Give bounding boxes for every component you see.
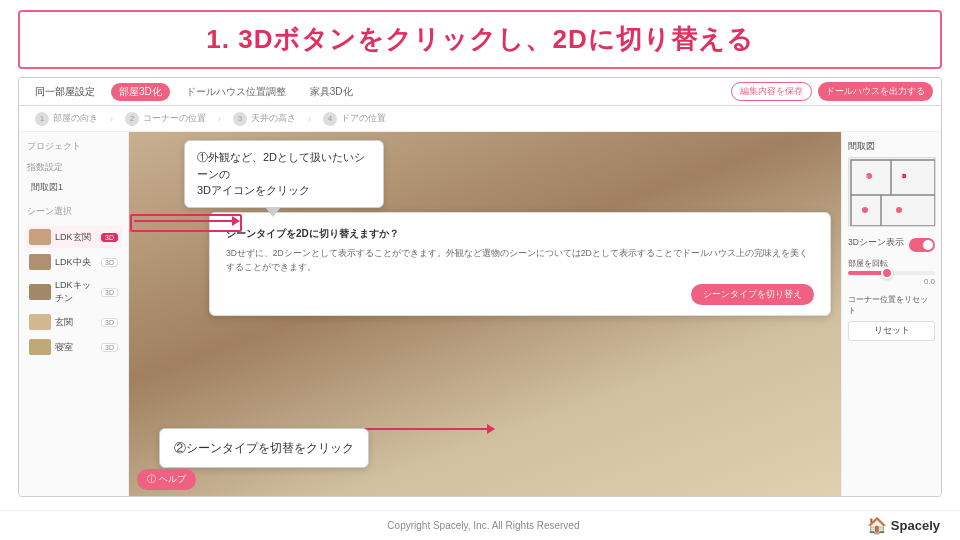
scene-name-3: 玄関 [55, 316, 97, 329]
callout-1-line2: 3Dアイコンをクリック [197, 184, 310, 196]
floorplan-svg: 1 2 [849, 158, 936, 227]
step-arrow-3: › [308, 114, 311, 124]
reset-button[interactable]: リセット [848, 321, 935, 341]
callout-2-text: ②シーンタイプを切替をクリック [174, 441, 354, 455]
scene-item-2[interactable]: LDKキッチン 3D [25, 276, 122, 308]
svg-text:2: 2 [901, 174, 904, 180]
step-arrow-1: › [110, 114, 113, 124]
scene-thumb-0 [29, 229, 51, 245]
scene-badge-2: 3D [101, 288, 118, 297]
room-rotate-slider[interactable] [848, 271, 935, 275]
scene-item-1[interactable]: LDK中央 3D [25, 251, 122, 273]
room-rotate-label: 部屋を回転 [848, 258, 935, 269]
project-label: プロジェクト [25, 140, 122, 153]
corner-reset-section: コーナー位置をリセット リセット [848, 294, 935, 341]
slider-value: 0.0 [848, 277, 935, 286]
step-3-num: 3 [233, 112, 247, 126]
scene-badge-3: 3D [101, 318, 118, 327]
scene-badge-0: 3D [101, 233, 118, 242]
step-2-label: コーナーの位置 [143, 112, 206, 125]
svg-point-7 [862, 207, 868, 213]
scene-badge-1: 3D [101, 258, 118, 267]
page-title: 1. 3Dボタンをクリックし、2Dに切り替える [36, 22, 924, 57]
step-4-num: 4 [323, 112, 337, 126]
callout-1-line1: ①外観など、2Dとして扱いたいシーンの [197, 151, 365, 180]
footer-logo: 🏠 Spacely [867, 516, 940, 535]
export-button[interactable]: ドールハウスを出力する [818, 82, 933, 101]
help-label: ヘルプ [159, 473, 186, 486]
help-icon: ⓘ [147, 473, 156, 486]
scene-label: シーン選択 [25, 205, 122, 218]
step-1-num: 1 [35, 112, 49, 126]
floorplan-title: 間取図 [848, 140, 935, 153]
inner-nav: 同一部屋設定 部屋3D化 ドールハウス位置調整 家具3D化 編集内容を保存 ドー… [19, 78, 941, 106]
scene-display-toggle[interactable] [909, 238, 935, 252]
center-area: ①外観など、2Dとして扱いたいシーンの 3Dアイコンをクリック シーンタイプを2… [129, 132, 841, 497]
switch-scene-type-button[interactable]: シーンタイプを切り替え [691, 284, 814, 305]
corner-reset-label: コーナー位置をリセット [848, 294, 935, 316]
step-4: 4 ドアの位置 [323, 112, 386, 126]
dialog-body: 3Dせずに、2Dシーンとして表示することができます。外観など選物のシーンについて… [226, 247, 814, 274]
step-2: 2 コーナーの位置 [125, 112, 206, 126]
scene-name-1: LDK中央 [55, 256, 97, 269]
main-content: 同一部屋設定 部屋3D化 ドールハウス位置調整 家具3D化 編集内容を保存 ドー… [18, 77, 942, 497]
callout-1: ①外観など、2Dとして扱いたいシーンの 3Dアイコンをクリック [184, 140, 384, 208]
step-arrow-2: › [218, 114, 221, 124]
scene-list: LDK玄関 3D LDK中央 3D LDKキッチン 3D 玄関 3D [25, 226, 122, 358]
scene-name-4: 寝室 [55, 341, 97, 354]
step-1-label: 部屋の向き [53, 112, 98, 125]
step-3: 3 天井の高さ [233, 112, 296, 126]
scene-display-option: 3Dシーン表示 [848, 237, 935, 252]
step-2-num: 2 [125, 112, 139, 126]
step-4-label: ドアの位置 [341, 112, 386, 125]
scene-name-0: LDK玄関 [55, 231, 97, 244]
spacely-logo-icon: 🏠 [867, 516, 887, 535]
room-label: 間取図1 [31, 182, 63, 192]
scene-thumb-3 [29, 314, 51, 330]
svg-text:1: 1 [866, 174, 869, 180]
footer: Copyright Spacely, Inc. All Rights Reser… [0, 510, 960, 540]
dialog-title: シーンタイプを2Dに切り替えますか？ [226, 227, 814, 241]
room-rotate-section: 部屋を回転 0.0 [848, 258, 935, 286]
scene-name-2: LDKキッチン [55, 279, 97, 305]
right-sidebar: 間取図 1 2 [841, 132, 941, 497]
footer-copyright: Copyright Spacely, Inc. All Rights Reser… [100, 520, 867, 531]
footer-logo-text: Spacely [891, 518, 940, 533]
svg-rect-0 [851, 160, 935, 226]
scene-arrow-indicator [134, 220, 234, 222]
floorplan-image: 1 2 [848, 157, 936, 227]
scene-thumb-2 [29, 284, 51, 300]
save-button[interactable]: 編集内容を保存 [731, 82, 812, 101]
nav-tab-furniture3d[interactable]: 家具3D化 [302, 83, 361, 101]
scene-thumb-4 [29, 339, 51, 355]
scene-item-3[interactable]: 玄関 3D [25, 311, 122, 333]
nav-tab-settings[interactable]: 同一部屋設定 [27, 83, 103, 101]
scene-item-0[interactable]: LDK玄関 3D [25, 226, 122, 248]
scene-display-label: 3Dシーン表示 [848, 237, 904, 249]
scene-badge-4: 3D [101, 343, 118, 352]
scene-thumb-1 [29, 254, 51, 270]
scene-item-4[interactable]: 寝室 3D [25, 336, 122, 358]
help-button[interactable]: ⓘ ヘルプ [137, 469, 196, 490]
title-bar: 1. 3Dボタンをクリックし、2Dに切り替える [18, 10, 942, 69]
dialog-box: シーンタイプを2Dに切り替えますか？ 3Dせずに、2Dシーンとして表示することが… [209, 212, 831, 316]
nav-tab-room3d[interactable]: 部屋3D化 [111, 83, 170, 101]
nav-tab-dollhouse[interactable]: ドールハウス位置調整 [178, 83, 294, 101]
svg-point-8 [896, 207, 902, 213]
step-1: 1 部屋の向き [35, 112, 98, 126]
step-3-label: 天井の高さ [251, 112, 296, 125]
settings-label: 指数設定 [25, 161, 122, 174]
callout-2: ②シーンタイプを切替をクリック [159, 428, 369, 468]
step-bar: 1 部屋の向き › 2 コーナーの位置 › 3 天井の高さ › 4 ドアの位置 [19, 106, 941, 132]
room-item[interactable]: 間取図1 [25, 178, 122, 197]
inner-body: プロジェクト 指数設定 間取図1 シーン選択 LDK玄関 3D LDK中央 3D [19, 132, 941, 497]
left-sidebar: プロジェクト 指数設定 間取図1 シーン選択 LDK玄関 3D LDK中央 3D [19, 132, 129, 497]
